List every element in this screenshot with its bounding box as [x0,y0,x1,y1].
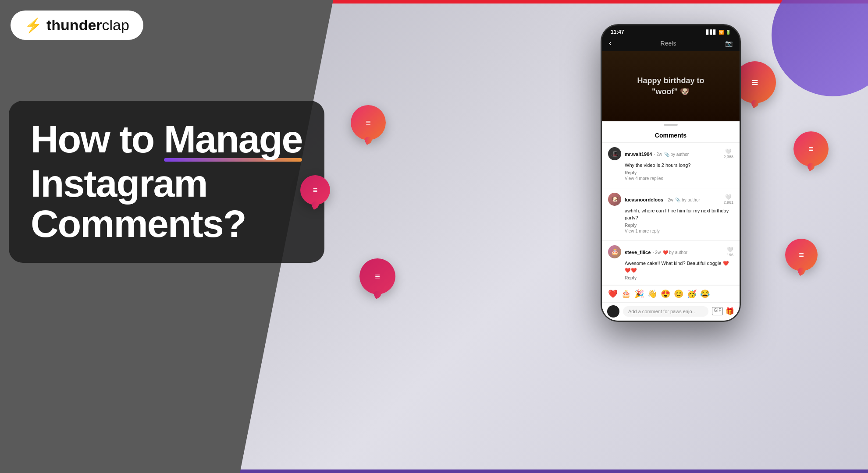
gif-button[interactable]: GIF [712,307,723,315]
chat-bubble-5: ≡ [359,258,395,294]
logo-bold: thunder [46,17,102,33]
like-count-3: 196 [727,253,733,257]
status-time: 11:47 [611,29,624,35]
chat-icon-2: ≡ [751,76,758,89]
emoji-smile[interactable]: 😊 [674,289,683,299]
comment-like-1: 🤍 2,388 [723,148,733,159]
comment-meta-1: mr.walt1904 · 2w 📎 by author [625,150,689,158]
logo: ⚡ thunderclap [11,11,143,40]
status-icons: ▋▋▋ 🛜 🔋 [706,30,731,35]
comment-header-1: 🎩 mr.walt1904 · 2w 📎 by author 🤍 2,388 [608,147,733,160]
emoji-laugh[interactable]: 😂 [700,289,710,299]
video-caption-line1: Happy birthday to [637,76,704,85]
headline-text: How to Manage Instagram Comments? [31,119,302,244]
home-indicator [602,320,740,322]
chat-icon-4: ≡ [808,144,814,154]
comment-actions-2: Reply [625,223,733,228]
headline-highlight: Manage [164,119,302,163]
emoji-cake[interactable]: 🎂 [621,289,631,299]
comment-text-3: Awesome cake!! What kind? Beautiful dogg… [625,260,733,274]
comment-meta-2: lucasnoordeloos · 2w 📎 by author [625,195,700,203]
underline-bar [164,158,302,162]
chat-bubble-1: ≡ [351,105,386,140]
headline-line2: Instagram [31,162,207,205]
comment-like-3: 🤍 196 [727,247,733,257]
reply-btn-2[interactable]: Reply [625,223,637,228]
emoji-party2[interactable]: 🥳 [687,289,697,299]
phone-mockup: 11:47 ▋▋▋ 🛜 🔋 ‹ Reels 📷 Happy birthday t… [601,24,741,322]
like-heart-2: 🤍 [725,194,732,200]
signal-icon: ▋▋▋ [706,30,717,35]
logo-icon: ⚡ [25,17,42,34]
video-area: Happy birthday to "woof" 🐶 [602,51,740,121]
comments-section: Comments 🎩 mr.walt1904 · 2w 📎 by author [602,121,740,322]
chat-icon-3: ≡ [313,186,318,195]
chat-bubble-4: ≡ [793,131,829,166]
headline-card: How to Manage Instagram Comments? [9,101,324,263]
comment-actions-1: Reply [625,170,733,175]
emoji-wave[interactable]: 👋 [647,289,657,299]
emoji-heart-eyes[interactable]: 😍 [661,289,670,299]
view-more-2[interactable]: View 1 more reply [625,228,733,236]
comment-header-3: 🎂 steve_filice · 2w ❤️ by author 🤍 196 [608,245,733,258]
comment-meta-3: steve_filice · 2w ❤️ by author [625,248,687,256]
comment-badge-2: 📎 by author [675,198,700,202]
battery-icon: 🔋 [726,30,731,35]
video-caption: Happy birthday to "woof" 🐶 [637,75,704,97]
view-more-1[interactable]: View 4 more replies [625,175,733,184]
nav-title: Reels [661,40,676,47]
chat-icon-5: ≡ [375,272,380,282]
reply-btn-1[interactable]: Reply [625,170,637,175]
comment-header-2: 🐶 lucasnoordeloos · 2w 📎 by author 🤍 2,9… [608,193,733,206]
instagram-nav: ‹ Reels 📷 [602,37,740,51]
drag-handle [602,121,740,127]
nav-back-icon: ‹ [609,39,612,48]
emoji-bar: ❤️ 🎂 🎉 👋 😍 😊 🥳 😂 [602,285,740,302]
comment-age-1: 2w [656,152,662,157]
phone-frame: 11:47 ▋▋▋ 🛜 🔋 ‹ Reels 📷 Happy birthday t… [601,24,741,322]
comment-input-icons: GIF 🎁 [712,307,734,315]
corner-decor-top-right [772,0,868,96]
comment-item-1: 🎩 mr.walt1904 · 2w 📎 by author 🤍 2,388 [602,143,740,188]
chat-bubble-3: ≡ [300,175,330,205]
comment-badge-3: ❤️ by author [663,250,687,255]
comments-title: Comments [602,127,740,143]
phone-status-bar: 11:47 ▋▋▋ 🛜 🔋 [602,25,740,37]
like-heart-3: 🤍 [727,247,733,253]
comment-input-avatar [607,305,619,318]
like-count-1: 2,388 [723,155,733,159]
comment-actions-3: Reply [625,275,733,280]
gift-icon[interactable]: 🎁 [726,307,734,315]
comment-username-1: mr.walt1904 [625,152,652,157]
emoji-heart[interactable]: ❤️ [608,289,618,299]
background: ⚡ thunderclap How to Manage Instagram Co… [0,0,868,473]
comment-avatar-2: 🐶 [608,193,621,206]
emoji-party[interactable]: 🎉 [634,289,644,299]
chat-icon-1: ≡ [366,118,371,128]
nav-camera-icon: 📷 [725,40,733,47]
comment-username-3: steve_filice [625,250,651,255]
comment-time-3: 2w [655,250,661,255]
reply-btn-3[interactable]: Reply [625,275,637,280]
headline-line1: How to Manage [31,117,302,161]
comment-avatar-3: 🎂 [608,245,621,258]
comment-input-bar: Add a comment for paws enjo… GIF 🎁 [602,302,740,320]
comment-item-3: 🎂 steve_filice · 2w ❤️ by author 🤍 196 [602,241,740,285]
handle-bar [664,124,678,126]
video-caption-line2: "woof" 🐶 [652,87,690,96]
headline-line3: Comments? [31,202,246,245]
like-count-2: 2,961 [723,200,733,205]
like-heart-1: 🤍 [725,148,732,155]
comment-username-2: lucasnoordeloos [625,197,663,202]
comment-like-2: 🤍 2,961 [723,194,733,205]
comment-time-2: 2w [668,198,673,202]
phone-content: Happy birthday to "woof" 🐶 Comments 🎩 [602,51,740,322]
comment-text-1: Why the video is 2 hours long? [625,162,733,169]
comment-item-2: 🐶 lucasnoordeloos · 2w 📎 by author 🤍 2,9… [602,188,740,241]
logo-regular: clap [102,17,129,33]
chat-bubble-6: ≡ [785,239,818,271]
wifi-icon: 🛜 [719,30,724,35]
comment-input-field[interactable]: Add a comment for paws enjo… [623,306,708,317]
comment-text-2: awhhh, where can I hire him for my next … [625,208,733,221]
logo-text: thunderclap [46,17,129,34]
